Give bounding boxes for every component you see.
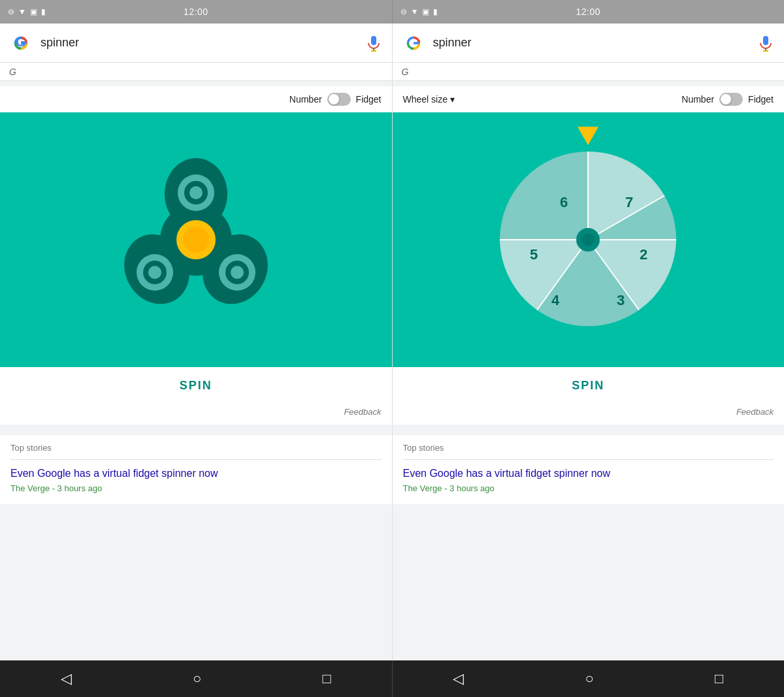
left-top-stories: Top stories Even Google has a virtual fi… — [0, 435, 392, 504]
recents-icon-right: □ — [715, 670, 723, 687]
right-feedback: Feedback — [393, 404, 785, 425]
left-story-title[interactable]: Even Google has a virtual fidget spinner… — [10, 468, 382, 479]
wheel-size-button[interactable]: Wheel size ▾ — [403, 94, 455, 105]
right-spin-button[interactable]: SPIN — [393, 367, 785, 404]
google-logo-left: G — [9, 31, 33, 55]
left-nav: ◁ ○ □ — [0, 660, 393, 697]
right-spinner-card: Wheel size ▾ Number Fidget — [393, 86, 785, 425]
left-home-button[interactable]: ○ — [193, 670, 201, 687]
battery-icon-r: ▮ — [433, 7, 438, 16]
mic-icon-right[interactable] — [757, 34, 775, 52]
right-panel: G Wheel size ▾ Number Fidget — [393, 24, 785, 660]
right-search-bar — [393, 24, 785, 63]
left-back-button[interactable]: ◁ — [61, 670, 72, 687]
status-icons-left: ⊖ ▼ ▣ ▮ — [8, 7, 46, 16]
left-fidget-label: Fidget — [356, 94, 382, 105]
mic-icon-left[interactable] — [365, 34, 383, 52]
svg-text:2: 2 — [640, 246, 647, 263]
status-time-right: 12:00 — [576, 7, 600, 17]
spinner-wheel-svg: 6 7 2 3 4 5 — [487, 138, 689, 341]
wheel-pointer — [578, 127, 598, 145]
svg-point-11 — [189, 186, 203, 199]
svg-point-17 — [231, 266, 244, 279]
left-toggle-switch[interactable] — [327, 93, 351, 106]
right-story-source: The Verge — [403, 483, 442, 493]
signal-icon: ▣ — [30, 7, 37, 16]
svg-text:7: 7 — [625, 194, 633, 210]
svg-rect-2 — [371, 36, 376, 45]
right-story-time: 3 hours ago — [449, 483, 495, 493]
svg-text:6: 6 — [560, 194, 568, 210]
left-search-bar: G — [0, 24, 392, 63]
right-search-input[interactable] — [433, 36, 757, 50]
left-recents-button[interactable]: □ — [323, 670, 331, 687]
main-content: G G Number — [0, 24, 784, 660]
left-toggle-knob — [329, 94, 339, 105]
right-partial-result: G — [393, 63, 785, 81]
right-toggle-knob — [721, 94, 731, 105]
left-spin-button[interactable]: SPIN — [0, 367, 392, 404]
status-time-left: 12:00 — [184, 7, 208, 17]
left-spinner-card: Number Fidget — [0, 86, 392, 425]
right-top-stories: Top stories Even Google has a virtual fi… — [393, 435, 785, 504]
wheel-container: 6 7 2 3 4 5 — [487, 138, 689, 341]
right-number-label: Number — [681, 94, 714, 105]
right-story-separator: - — [444, 483, 449, 493]
left-story-item[interactable]: Even Google has a virtual fidget spinner… — [10, 459, 382, 502]
left-panel: G G Number — [0, 24, 393, 660]
svg-text:3: 3 — [617, 292, 625, 308]
right-story-item[interactable]: Even Google has a virtual fidget spinner… — [403, 459, 774, 502]
minus-icon-r: ⊖ — [400, 7, 407, 16]
left-number-label: Number — [289, 94, 322, 105]
svg-point-19 — [183, 227, 209, 253]
recents-icon-left: □ — [323, 670, 331, 687]
chevron-down-icon: ▾ — [450, 94, 455, 105]
right-wheel-canvas[interactable]: 6 7 2 3 4 5 — [393, 112, 785, 367]
fidget-spinner-svg — [98, 142, 294, 338]
svg-rect-20 — [763, 36, 768, 45]
right-story-title[interactable]: Even Google has a virtual fidget spinner… — [403, 468, 774, 479]
home-icon-right: ○ — [585, 670, 593, 687]
right-fidget-label: Fidget — [748, 94, 774, 105]
left-story-source: The Verge — [10, 483, 50, 493]
wifi-icon: ▼ — [18, 7, 26, 16]
status-icons-right: ⊖ ▼ ▣ ▮ — [400, 7, 438, 16]
left-toggle-area: Number Fidget — [0, 86, 392, 112]
right-home-button[interactable]: ○ — [585, 670, 593, 687]
left-story-time: 3 hours ago — [57, 483, 103, 493]
wifi-icon-r: ▼ — [411, 7, 419, 16]
left-partial-text: G — [9, 67, 16, 77]
back-icon-right: ◁ — [453, 670, 464, 687]
right-top-stories-label: Top stories — [403, 443, 774, 453]
right-partial-text: G — [402, 67, 409, 77]
left-story-separator: - — [52, 483, 57, 493]
right-story-meta: The Verge - 3 hours ago — [403, 483, 495, 493]
left-feedback: Feedback — [0, 404, 392, 425]
svg-text:5: 5 — [530, 246, 538, 263]
left-fidget-canvas[interactable] — [0, 112, 392, 367]
left-story-meta: The Verge - 3 hours ago — [10, 483, 102, 493]
home-icon-left: ○ — [193, 670, 201, 687]
wheel-size-label: Wheel size — [403, 94, 448, 105]
signal-icon-r: ▣ — [422, 7, 429, 16]
svg-point-36 — [581, 233, 595, 246]
back-icon-left: ◁ — [61, 670, 72, 687]
minus-icon: ⊖ — [8, 7, 14, 16]
status-bar-right: ⊖ ▼ ▣ ▮ 12:00 — [393, 0, 785, 24]
right-recents-button[interactable]: □ — [715, 670, 723, 687]
status-bar: ⊖ ▼ ▣ ▮ 12:00 ⊖ ▼ ▣ ▮ 12:00 — [0, 0, 784, 24]
right-toggle-area: Wheel size ▾ Number Fidget — [393, 86, 785, 112]
bottom-nav: ◁ ○ □ ◁ ○ □ — [0, 660, 784, 697]
left-feedback-label[interactable]: Feedback — [344, 407, 381, 417]
right-back-button[interactable]: ◁ — [453, 670, 464, 687]
svg-point-14 — [148, 266, 161, 279]
left-top-stories-label: Top stories — [10, 443, 382, 453]
status-bar-left: ⊖ ▼ ▣ ▮ 12:00 — [0, 0, 393, 24]
right-feedback-label[interactable]: Feedback — [736, 407, 774, 417]
left-search-input[interactable] — [41, 36, 365, 50]
right-toggle-switch[interactable] — [719, 93, 743, 106]
battery-icon: ▮ — [41, 7, 46, 16]
left-partial-result: G — [0, 63, 392, 81]
google-logo-right — [402, 31, 425, 55]
right-nav: ◁ ○ □ — [393, 660, 785, 697]
